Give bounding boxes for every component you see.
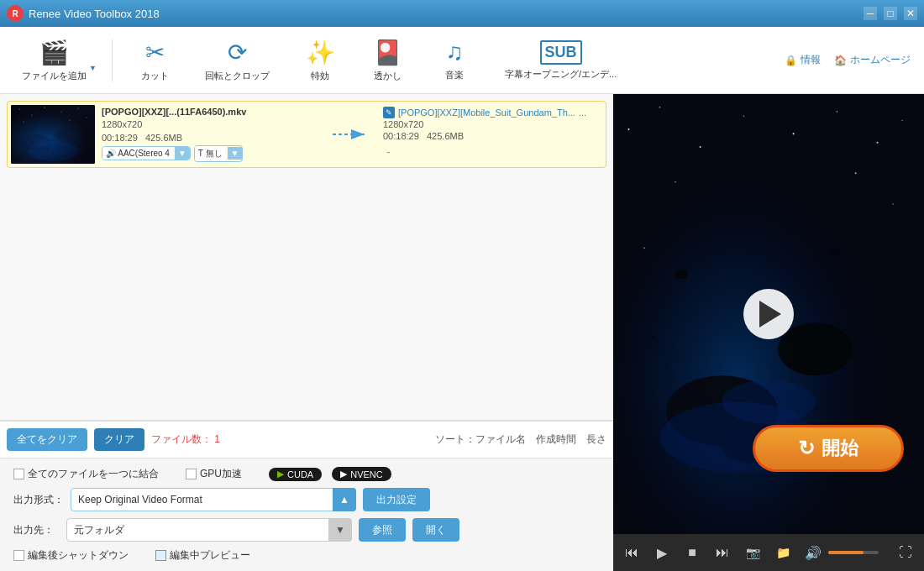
start-button[interactable]: ↻ 開始 — [753, 425, 904, 472]
close-button[interactable]: ✕ — [904, 7, 917, 20]
preview-checkbox[interactable]: 編集中プレビュー — [155, 548, 250, 563]
play-pause-button[interactable]: ▶ — [650, 541, 674, 564]
cuda-badge: ▶ CUDA — [269, 468, 322, 481]
toolbar-item-music[interactable]: ♫ 音楽 — [429, 34, 480, 86]
video-controls-bar: ⏮ ▶ ■ ⏭ 📷 📁 🔊 ⛶ — [613, 534, 924, 571]
toolbar-item-rotate-crop[interactable]: ⟳ 回転とクロップ — [197, 34, 278, 87]
svg-point-29 — [643, 248, 645, 249]
volume-bar[interactable] — [828, 551, 879, 554]
preview-checkbox-box[interactable] — [155, 550, 166, 561]
browse-button[interactable]: 参照 — [359, 518, 406, 542]
toolbar-item-cut[interactable]: ✂ カット — [129, 34, 180, 87]
output-dest-select-wrapper: 元フォルダ ▼ — [66, 518, 352, 542]
file-list-area[interactable]: [POPGO][XXZ][...(11FA6450).mkv 1280x720 … — [0, 94, 613, 421]
shutdown-checkbox-box[interactable] — [13, 550, 24, 561]
music-icon: ♫ — [446, 39, 464, 65]
add-file-label: ファイルを追加 — [22, 70, 87, 82]
toolbar-item-add-file[interactable]: 🎬 ファイルを追加 ▼ — [13, 34, 95, 87]
output-settings-button[interactable]: 出力設定 — [363, 488, 430, 511]
watermark-label: 透かし — [374, 70, 402, 82]
merge-all-checkbox-box[interactable] — [13, 469, 24, 479]
sort-label: ソート：ファイル名 — [435, 432, 526, 447]
play-button-large[interactable] — [743, 289, 794, 339]
top-nav: 🔒 情報 🏠 ホームページ — [785, 53, 911, 67]
play-triangle-icon — [759, 301, 781, 327]
nvenc-label: NVENC — [350, 469, 383, 479]
merge-all-label: 全てのファイルを一つに結合 — [28, 467, 159, 481]
toolbar-item-watermark[interactable]: 🎴 透かし — [362, 34, 412, 87]
input-resolution: 1280x720 — [102, 119, 321, 129]
open-folder-button[interactable]: 📁 — [771, 541, 795, 564]
gpu-accel-checkbox[interactable]: GPU加速 — [186, 467, 242, 481]
toolbar-item-effects[interactable]: ✨ 特効 — [295, 34, 345, 87]
svg-rect-38 — [650, 336, 655, 339]
conversion-arrow — [321, 105, 383, 164]
fullscreen-button[interactable]: ⛶ — [894, 541, 917, 564]
svg-rect-35 — [675, 270, 688, 279]
settings-row-misc: 編集後シャットダウン 編集中プレビュー — [13, 548, 600, 563]
svg-point-8 — [24, 122, 24, 123]
gpu-accel-checkbox-box[interactable] — [186, 469, 197, 479]
stop-button[interactable]: ■ — [680, 541, 704, 564]
svg-rect-36 — [831, 248, 840, 254]
subtitle-select[interactable]: T 無し ▼ — [194, 145, 244, 162]
settings-row-format: 出力形式： Keep Original Video Format ▲ 出力設定 — [13, 488, 600, 511]
maximize-button[interactable]: □ — [884, 7, 897, 20]
edit-output-icon[interactable]: ✎ — [383, 107, 395, 118]
cuda-label: CUDA — [287, 469, 313, 479]
volume-control: 🔊 — [801, 541, 887, 564]
shutdown-checkbox[interactable]: 編集後シャットダウン — [13, 548, 129, 563]
clear-all-button[interactable]: 全てをクリア — [7, 428, 87, 451]
svg-point-19 — [659, 107, 661, 108]
sort-length[interactable]: 長さ — [586, 432, 606, 447]
skip-forward-button[interactable]: ⏭ — [711, 541, 734, 564]
subtitle-select-arrow-icon[interactable]: ▼ — [228, 147, 243, 160]
input-filename: [POPGO][XXZ][...(11FA6450).mkv — [102, 107, 321, 117]
svg-point-21 — [743, 115, 745, 117]
audio-select[interactable]: 🔊 AAC(Stereo 4 ▼ — [102, 146, 191, 160]
info-label: 情報 — [801, 53, 821, 67]
start-refresh-icon: ↻ — [798, 437, 815, 460]
home-icon: 🏠 — [834, 55, 847, 66]
output-format-select-wrapper: Keep Original Video Format ▲ — [71, 488, 356, 511]
svg-point-4 — [45, 107, 45, 108]
rotate-crop-icon: ⟳ — [228, 39, 247, 66]
svg-point-20 — [700, 146, 701, 148]
sort-time[interactable]: 作成時間 — [536, 432, 576, 447]
left-panel: [POPGO][XXZ][...(11FA6450).mkv 1280x720 … — [0, 94, 613, 571]
svg-rect-0 — [11, 105, 95, 164]
skip-back-button[interactable]: ⏮ — [620, 541, 643, 564]
svg-point-5 — [61, 112, 62, 113]
file-count-number: 1 — [214, 433, 220, 445]
arrow-svg — [331, 122, 373, 147]
main-container: [POPGO][XXZ][...(11FA6450).mkv 1280x720 … — [0, 94, 924, 571]
cuda-logo-icon: ▶ — [277, 469, 284, 479]
nvenc-badge: ▶ NVENC — [332, 467, 391, 481]
output-dest-select[interactable]: 元フォルダ — [66, 518, 352, 542]
output-format-select[interactable]: Keep Original Video Format — [71, 488, 356, 511]
volume-icon-button[interactable]: 🔊 — [801, 541, 825, 564]
output-dest-label: 出力先： — [13, 523, 60, 537]
audio-select-arrow-icon[interactable]: ▼ — [175, 147, 190, 160]
home-nav-item[interactable]: 🏠 ホームページ — [834, 53, 911, 67]
subtitle-label: 字幕オープニング/エンデ... — [505, 68, 617, 81]
merge-all-checkbox[interactable]: 全てのファイルを一つに結合 — [13, 467, 159, 481]
svg-rect-12 — [28, 147, 49, 150]
screenshot-button[interactable]: 📷 — [741, 541, 764, 564]
output-format-label: 出力形式： — [13, 493, 64, 507]
toolbar: 🎬 ファイルを追加 ▼ ✂ カット ⟳ 回転とクロップ ✨ 特効 🎴 透かし ♫… — [0, 27, 924, 94]
minimize-button[interactable]: ─ — [864, 7, 877, 20]
effects-label: 特効 — [311, 70, 329, 82]
app-logo: R — [7, 5, 24, 22]
svg-point-24 — [877, 142, 879, 144]
open-button[interactable]: 開く — [412, 518, 459, 542]
app-title: Renee Video Toolbox 2018 — [29, 8, 864, 20]
clear-button[interactable]: クリア — [94, 428, 144, 451]
window-controls[interactable]: ─ □ ✕ — [864, 7, 917, 20]
toolbar-item-subtitle[interactable]: SUB 字幕オープニング/エンデ... — [496, 35, 625, 86]
toolbar-divider-1 — [112, 39, 113, 81]
info-nav-item[interactable]: 🔒 情報 — [785, 53, 821, 67]
output-filename-row: ✎ [POPGO][XXZ][Mobile_Suit_Gundam_Th... … — [383, 107, 602, 118]
svg-point-11 — [55, 128, 76, 140]
home-label: ホームページ — [850, 53, 911, 67]
